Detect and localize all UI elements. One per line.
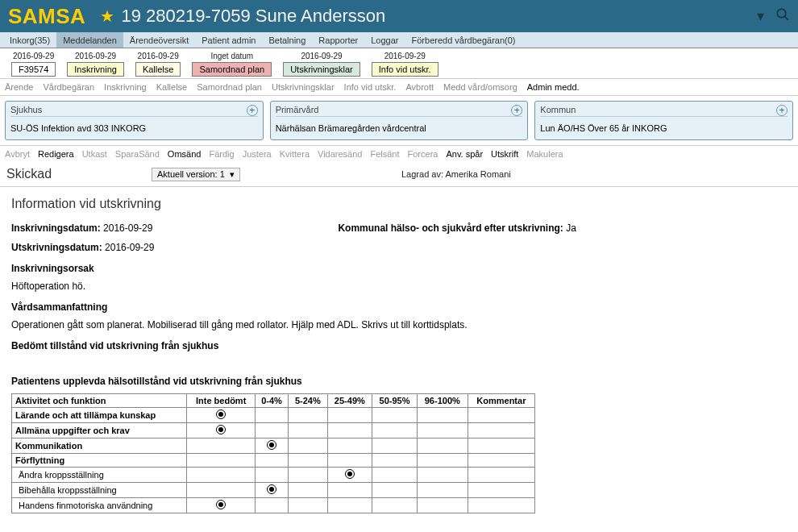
action-item[interactable]: Utskrift: [491, 149, 518, 159]
status-label: Skickad: [6, 167, 152, 181]
timeline-row: 2016-09-29F395742016-09-29Inskrivning201…: [0, 48, 798, 79]
action-row: AvbrytRedigeraUtkastSparaSändOmsändFärdi…: [0, 145, 798, 162]
action-item[interactable]: Forcera: [408, 149, 438, 159]
utskrivning-value: 2016-09-29: [105, 242, 154, 253]
patient-label: 19 280219-7059 Sune Andersson: [121, 6, 757, 27]
chevron-down-icon[interactable]: ▾: [757, 7, 764, 25]
org-box: KommunLun ÄO/HS Över 65 år INKORG+: [534, 101, 793, 140]
subtab[interactable]: Admin medd.: [527, 82, 580, 92]
orsak-value: Höftoperation hö.: [11, 281, 787, 292]
plus-icon[interactable]: +: [776, 105, 788, 116]
timeline-item[interactable]: 2016-09-29Utskrivningsklar: [283, 52, 360, 77]
action-item[interactable]: Avbryt: [5, 149, 30, 159]
action-item[interactable]: Kvittera: [280, 149, 310, 159]
action-item[interactable]: Färdig: [209, 149, 234, 159]
stored-by: Lagrad av: Amerika Romani: [401, 169, 511, 179]
menu-item[interactable]: Meddelanden: [56, 32, 123, 48]
action-item[interactable]: Makulera: [526, 149, 563, 159]
radio-selected[interactable]: [216, 500, 226, 509]
table-row: Lärande och att tillämpa kunskap: [12, 408, 535, 423]
action-item[interactable]: Felsänt: [370, 149, 399, 159]
subtab[interactable]: Ärende: [5, 82, 33, 92]
radio-selected[interactable]: [216, 425, 226, 434]
subtabs: ÄrendeVårdbegäranInskrivningKallelseSamo…: [0, 79, 798, 96]
assessment-table: Aktivitet och funktionInte bedömt0-4%5-2…: [11, 393, 535, 513]
radio-selected[interactable]: [267, 484, 276, 494]
table-row: Kommunikation: [12, 438, 535, 454]
radio-selected[interactable]: [345, 469, 355, 479]
subtab[interactable]: Inskrivning: [104, 82, 147, 92]
table-row: Ändra kroppsställning: [12, 468, 535, 483]
subtab[interactable]: Samordnad plan: [197, 82, 262, 92]
content-area: Information vid utskrivning Inskrivnings…: [0, 187, 798, 526]
timeline-item[interactable]: 2016-09-29Inskrivning: [67, 52, 124, 77]
svg-line-1: [784, 16, 788, 20]
action-item[interactable]: Vidaresänd: [318, 149, 362, 159]
inskrivning-value: 2016-09-29: [103, 222, 152, 234]
action-item[interactable]: Redigera: [38, 149, 74, 159]
header-bar: SAMSA ★ 19 280219-7059 Sune Andersson ▾: [0, 0, 798, 32]
timeline-item[interactable]: Inget datumSamordnad plan: [192, 52, 272, 77]
vards-value: Operationen gått som planerat. Mobiliser…: [11, 319, 787, 330]
subtab[interactable]: Vårdbegäran: [43, 82, 94, 92]
status-row: Skickad Aktuell version: 1▾ Lagrad av: A…: [0, 162, 798, 187]
org-box: PrimärvårdNärhälsan Brämaregården vårdce…: [270, 101, 529, 140]
action-item[interactable]: Omsänd: [168, 149, 202, 159]
table-row: Bibehålla kroppsställning: [12, 483, 535, 498]
org-row: SjukhusSU-ÖS Infektion avd 303 INKORG+Pr…: [0, 96, 798, 145]
menu-item[interactable]: Inkorg(35): [3, 32, 56, 48]
timeline-item[interactable]: 2016-09-29Info vid utskr.: [372, 52, 438, 77]
plus-icon[interactable]: +: [247, 105, 258, 116]
content-heading: Information vid utskrivning: [11, 197, 787, 211]
org-box: SjukhusSU-ÖS Infektion avd 303 INKORG+: [5, 101, 264, 140]
search-icon[interactable]: [775, 7, 790, 26]
menu-item[interactable]: Betalning: [262, 32, 312, 48]
timeline-item[interactable]: 2016-09-29F39574: [11, 52, 56, 77]
table-row: Allmäna uppgifter och krav: [12, 423, 535, 438]
subtab[interactable]: Info vid utskr.: [344, 82, 397, 92]
svg-point-0: [777, 9, 786, 18]
vards-label: Vårdsammanfattning: [11, 301, 787, 313]
main-menu: Inkorg(35)MeddelandenÄrendeöversiktPatie…: [0, 32, 798, 48]
menu-item[interactable]: Patient admin: [195, 32, 262, 48]
star-icon[interactable]: ★: [100, 6, 114, 26]
subtab[interactable]: Utskrivningsklar: [272, 82, 335, 92]
menu-item[interactable]: Ärendeöversikt: [123, 32, 195, 48]
kommunal-value: Ja: [566, 222, 576, 234]
orsak-label: Inskrivningsorsak: [11, 263, 787, 274]
inskrivning-label: Inskrivningsdatum:: [11, 222, 101, 234]
menu-item[interactable]: Loggar: [364, 32, 405, 48]
subtab[interactable]: Avbrott: [405, 82, 434, 92]
subtab[interactable]: Medd vård/omsorg: [443, 82, 517, 92]
patient-label: Patientens upplevda hälsotillstånd vid u…: [11, 376, 787, 387]
bedomt-label: Bedömt tillstånd vid utskrivning från sj…: [11, 340, 787, 351]
subtab[interactable]: Kallelse: [156, 82, 188, 92]
radio-selected[interactable]: [267, 440, 276, 450]
menu-item[interactable]: Rapporter: [312, 32, 364, 48]
logo: SAMSA: [8, 4, 85, 29]
radio-selected[interactable]: [216, 409, 226, 419]
action-item[interactable]: Justera: [243, 149, 272, 159]
action-item[interactable]: Anv. spår: [446, 149, 483, 159]
table-row: Handens finmotoriska användning: [12, 498, 535, 513]
action-item[interactable]: SparaSänd: [115, 149, 160, 159]
kommunal-label: Kommunal hälso- och sjukvård efter utskr…: [338, 222, 563, 234]
action-item[interactable]: Utkast: [82, 149, 107, 159]
version-select[interactable]: Aktuell version: 1▾: [152, 168, 240, 181]
utskrivning-label: Utskrivningsdatum:: [11, 242, 102, 253]
table-row: Förflyttning: [12, 454, 535, 468]
timeline-item[interactable]: 2016-09-29Kallelse: [135, 52, 181, 77]
menu-item[interactable]: Förberedd vårdbegäran(0): [405, 32, 522, 48]
